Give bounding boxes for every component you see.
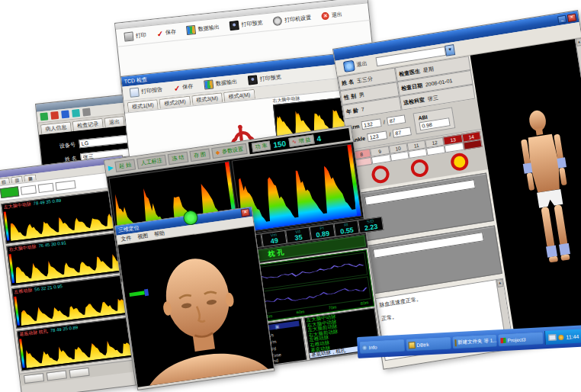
close-button[interactable]: ✕ (241, 208, 250, 217)
abi-box: ABI 0.98 (413, 107, 456, 134)
new-icon[interactable] (40, 112, 48, 120)
abi-input[interactable]: 0.98 (419, 117, 450, 130)
clock: 11:44 (566, 333, 579, 339)
bp-rows: Arm 132/ 87 Ankle 123/ 87 (348, 114, 412, 144)
scroll-up-icon[interactable]: ▲ (576, 38, 581, 47)
age-value: 7 (361, 106, 364, 112)
app-icon (362, 345, 368, 350)
freeze-button[interactable]: 冻 结 (168, 152, 189, 165)
print-report-button[interactable]: 打印报告 (127, 84, 166, 98)
gender-value: 男 (358, 91, 364, 99)
camera-icon (248, 75, 258, 85)
tray-icon[interactable] (558, 334, 563, 339)
check-icon: ✓ (173, 83, 180, 92)
cuff-ring-icon (410, 158, 430, 178)
print-preview-button[interactable]: 打印预览 (226, 17, 266, 31)
ankle-dia-input[interactable]: 87 (393, 127, 412, 138)
gain-value: 4 (316, 134, 322, 143)
cuff-ring-icon (371, 165, 390, 185)
chart-icon (204, 79, 214, 89)
abi-label: ABI (418, 114, 428, 121)
value-cell: Vm49 (261, 230, 287, 247)
print-button[interactable]: 打印 (120, 29, 149, 43)
chevron-down-icon: ▼ (445, 44, 455, 56)
head-viewport[interactable] (118, 227, 274, 387)
control-input[interactable] (38, 183, 54, 193)
value-cell: PI0.89 (310, 223, 335, 240)
exit-button[interactable]: 退出 (340, 57, 371, 74)
folder-new-icon (454, 339, 456, 346)
taskbar-button[interactable]: Project3 (498, 332, 544, 346)
save-image-button[interactable]: 存 图 (189, 149, 210, 162)
control-input[interactable] (21, 185, 37, 194)
power-button[interactable]: 功 率 (252, 140, 271, 152)
name-value: 王三分 (356, 75, 373, 85)
tools-icon[interactable] (82, 108, 91, 117)
check-icon: ✓ (156, 29, 163, 38)
report-icon (130, 88, 140, 98)
gain-button[interactable]: ∿增 益 (288, 134, 314, 146)
menu-item[interactable]: 帮助 (153, 230, 165, 239)
delete-icon[interactable] (50, 111, 59, 120)
thumbs-tab[interactable]: ▦ (24, 174, 37, 182)
settings-button[interactable]: ◆参数设置 (211, 143, 248, 159)
thumbs-tab[interactable]: ▥ (11, 175, 24, 183)
power-value: 150 (273, 139, 287, 149)
refresh-icon[interactable] (72, 109, 80, 117)
value-cell: Vd35 (285, 227, 311, 243)
camera-icon (230, 21, 239, 31)
cuff-ring-active-icon (450, 152, 470, 172)
date-value: 2008-01-01 (425, 78, 452, 88)
axis-tick: 70m (328, 304, 336, 310)
bottom-button[interactable] (24, 373, 44, 384)
save-button[interactable]: ✓保存 (153, 27, 180, 39)
print-preview-button[interactable]: 打印预览 (245, 72, 284, 86)
menu-item[interactable]: 文件 (120, 234, 132, 243)
system-tray: 11:44 (544, 329, 581, 345)
open-icon[interactable] (61, 110, 69, 118)
scroll-up-icon[interactable]: ▲ (496, 279, 503, 288)
play-icon[interactable]: ▶ (108, 163, 114, 172)
exit-icon (343, 60, 355, 72)
axis-tick: 80m (360, 300, 368, 306)
minimize-button[interactable]: _ (557, 14, 567, 24)
tab[interactable]: 退出 (104, 116, 124, 128)
control-input[interactable] (55, 180, 75, 191)
arm-dia-input[interactable]: 87 (387, 114, 406, 126)
doctor-value: 星期 (422, 65, 434, 74)
printer-icon (124, 32, 133, 42)
taskbar-button[interactable]: 新建文件夹 等 1... (452, 334, 498, 349)
probe-status-cell (0, 186, 19, 198)
data-export-button[interactable]: 数据输出 (183, 21, 223, 36)
taskbar-button[interactable]: DBtrk (406, 337, 451, 352)
thumbs-tab[interactable]: ▤ (0, 178, 10, 185)
data-export-button[interactable]: 数据输出 (201, 76, 240, 91)
dept-value: 张三 (427, 94, 438, 103)
taskbar-button[interactable]: Info (359, 339, 405, 354)
axis-tick: 60m (296, 309, 304, 314)
body-model[interactable] (495, 50, 581, 329)
arm-sys-input[interactable]: 132 (361, 118, 381, 130)
window-head-model: 三维定位 ✕ 文件视图帮助 (114, 207, 275, 390)
bottom-button[interactable] (69, 368, 90, 378)
exit-button[interactable]: ✕退出 (318, 9, 345, 21)
value-cell: RI0.55 (333, 220, 359, 236)
save-button[interactable]: ✓保存 (170, 81, 197, 93)
chart-icon (186, 25, 196, 35)
field-label: 设备号 (51, 140, 76, 150)
head-model (130, 237, 270, 387)
bottom-button[interactable] (47, 370, 67, 381)
ankle-sys-input[interactable]: 123 (367, 130, 387, 142)
gear-icon (273, 16, 283, 26)
close-button[interactable]: ✕ (567, 13, 576, 22)
project-icon (501, 337, 506, 342)
keyboard-tray-icon[interactable] (548, 334, 556, 341)
collage-stage: 打印 ✓保存 数据输出 打印预览 打印机设置 ✕退出 _ ✕ 病人信息检查记录退… (0, 0, 581, 392)
annotate-button[interactable]: 人工标注 (136, 155, 167, 169)
exit-icon: ✕ (321, 12, 329, 21)
folder-icon (408, 342, 415, 349)
printer-setup-button[interactable]: 打印机设置 (270, 12, 315, 27)
menu-item[interactable]: 视图 (137, 232, 149, 241)
start-button[interactable]: 起 始 (114, 159, 136, 172)
